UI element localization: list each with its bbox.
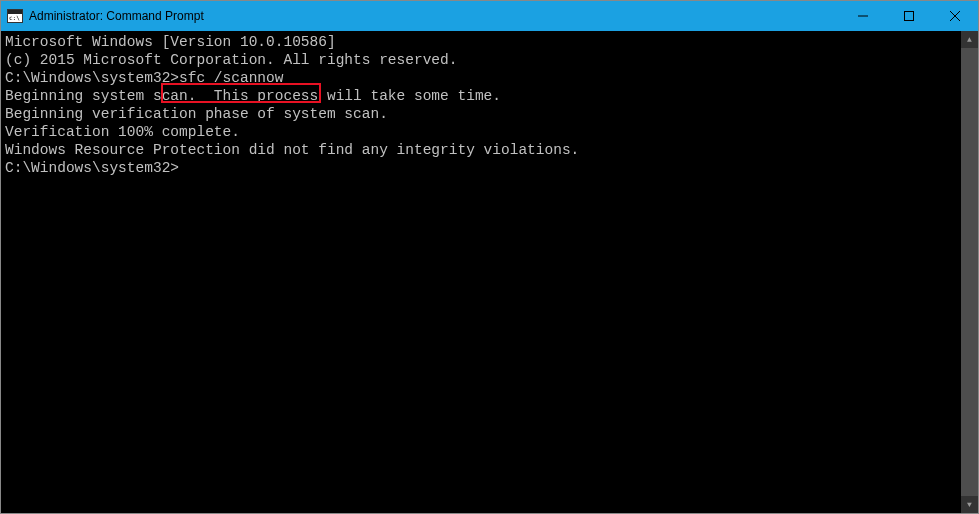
output-line: Verification 100% complete. <box>5 123 957 141</box>
terminal-output[interactable]: Microsoft Windows [Version 10.0.10586](c… <box>1 31 961 513</box>
titlebar-left: Administrator: Command Prompt <box>7 9 204 23</box>
svg-rect-1 <box>905 12 914 21</box>
cmd-icon <box>7 9 23 23</box>
window-title: Administrator: Command Prompt <box>29 9 204 23</box>
output-line: Windows Resource Protection did not find… <box>5 141 957 159</box>
entered-command: sfc /scannow <box>179 69 283 87</box>
output-line: Beginning system scan. This process will… <box>5 87 957 105</box>
window-titlebar[interactable]: Administrator: Command Prompt <box>1 1 978 31</box>
prompt-path: C:\Windows\system32> <box>5 69 179 87</box>
prompt-line: C:\Windows\system32> <box>5 159 957 177</box>
scroll-down-arrow-icon[interactable]: ▼ <box>961 496 978 513</box>
prompt-line: C:\Windows\system32>sfc /scannow <box>5 69 957 87</box>
scroll-thumb[interactable] <box>961 48 978 496</box>
window-controls <box>840 1 978 31</box>
maximize-button[interactable] <box>886 1 932 31</box>
output-line: Microsoft Windows [Version 10.0.10586] <box>5 33 957 51</box>
scroll-track[interactable] <box>961 48 978 496</box>
output-line: (c) 2015 Microsoft Corporation. All righ… <box>5 51 957 69</box>
terminal-area: Microsoft Windows [Version 10.0.10586](c… <box>1 31 978 513</box>
scroll-up-arrow-icon[interactable]: ▲ <box>961 31 978 48</box>
prompt-path: C:\Windows\system32> <box>5 159 179 177</box>
minimize-button[interactable] <box>840 1 886 31</box>
close-button[interactable] <box>932 1 978 31</box>
output-line: Beginning verification phase of system s… <box>5 105 957 123</box>
vertical-scrollbar[interactable]: ▲ ▼ <box>961 31 978 513</box>
